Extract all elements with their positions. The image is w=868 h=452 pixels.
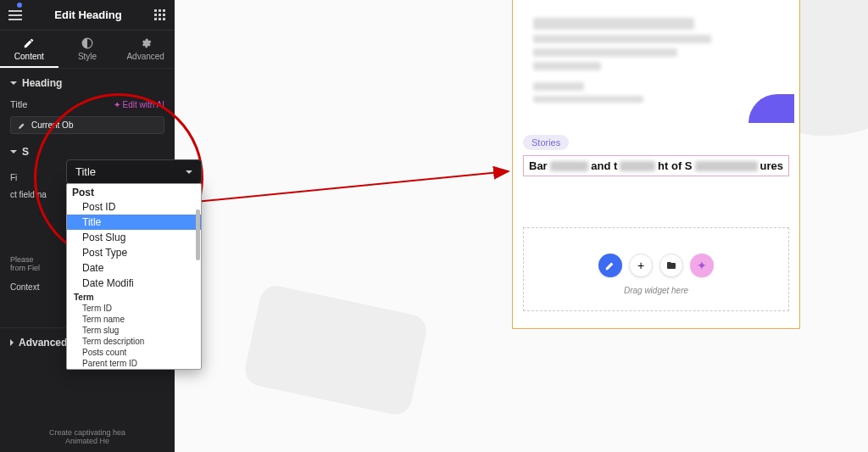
sub-section-toggle[interactable]: S bbox=[10, 146, 164, 158]
tab-advanced[interactable]: Advanced bbox=[116, 31, 175, 68]
drop-zone-actions: + ✦ bbox=[532, 254, 780, 277]
card-image-area bbox=[518, 0, 794, 123]
section-heading: Heading Title ✦ Edit with AI Current Ob … bbox=[0, 68, 175, 166]
ai-add-button[interactable] bbox=[598, 254, 622, 277]
field-select-menu: Post Post ID Title Post Slug Post Type D… bbox=[66, 183, 202, 370]
title-fragment: ht of S bbox=[658, 159, 692, 172]
dropdown-item[interactable]: Post Slug bbox=[67, 230, 201, 245]
tab-label: Style bbox=[78, 52, 97, 61]
chevron-down-icon bbox=[10, 81, 17, 85]
menu-icon[interactable] bbox=[8, 10, 22, 20]
ai-sparkle-button[interactable]: ✦ bbox=[690, 254, 714, 277]
dropdown-item[interactable]: Date Modifi bbox=[67, 276, 201, 291]
add-template-button[interactable] bbox=[659, 254, 683, 277]
panel-header: Edit Heading bbox=[0, 0, 175, 31]
chevron-down-icon bbox=[10, 150, 17, 153]
heading-widget[interactable]: Bar and t ht of S ures bbox=[523, 155, 789, 176]
dropdown-group: Term bbox=[67, 291, 201, 303]
field-select[interactable]: Title bbox=[66, 159, 202, 184]
pencil-icon bbox=[23, 37, 35, 49]
blurred-segment bbox=[620, 161, 655, 171]
dynamic-tag-input[interactable]: Current Ob bbox=[10, 116, 164, 134]
dropdown-scrollbar[interactable] bbox=[196, 209, 200, 260]
tab-style[interactable]: Style bbox=[58, 31, 117, 68]
dropdown-item-selected[interactable]: Title bbox=[67, 215, 201, 230]
drop-zone-hint: Drag widget here bbox=[532, 286, 780, 295]
sub-section-label: S bbox=[22, 146, 29, 158]
blurred-segment bbox=[550, 161, 589, 171]
chevron-right-icon bbox=[10, 339, 14, 346]
bg-decoration bbox=[242, 283, 430, 418]
section-advanced-label: Advanced bbox=[19, 337, 67, 349]
tab-label: Content bbox=[14, 52, 44, 61]
folder-icon bbox=[666, 260, 676, 271]
section-heading-label: Heading bbox=[22, 77, 62, 89]
title-fragment: ures bbox=[760, 159, 783, 172]
dynamic-tag-text: Current Ob bbox=[31, 120, 73, 130]
dropdown-item[interactable]: Posts count bbox=[67, 347, 201, 358]
dropdown-group: User bbox=[67, 369, 201, 370]
field-select-value: Title bbox=[75, 165, 96, 178]
panel-tabs: Content Style Advanced bbox=[0, 31, 175, 68]
promo-text: Create captivating hea Animated He bbox=[0, 421, 175, 452]
widgets-grid-icon[interactable] bbox=[154, 9, 166, 21]
blurred-text bbox=[533, 18, 694, 30]
dropdown-item[interactable]: Term slug bbox=[67, 325, 201, 336]
chevron-down-icon bbox=[186, 170, 192, 174]
dropdown-item[interactable]: Parent term ID bbox=[67, 358, 201, 369]
blurred-segment bbox=[695, 161, 758, 171]
dropdown-item[interactable]: Term name bbox=[67, 314, 201, 325]
dropdown-item[interactable]: Date bbox=[67, 260, 201, 276]
dropdown-item[interactable]: Post Type bbox=[67, 245, 201, 260]
title-fragment: and t bbox=[591, 159, 617, 172]
blurred-text bbox=[533, 82, 584, 91]
panel-title: Edit Heading bbox=[54, 8, 121, 21]
add-widget-button[interactable]: + bbox=[629, 254, 653, 277]
gear-icon bbox=[140, 37, 152, 49]
section-heading-toggle[interactable]: Heading bbox=[10, 77, 164, 89]
status-dot-icon bbox=[17, 3, 22, 8]
tab-label: Advanced bbox=[126, 52, 164, 61]
dropdown-item[interactable]: Term description bbox=[67, 336, 201, 347]
plus-icon: + bbox=[637, 259, 644, 272]
edit-with-ai-link[interactable]: ✦ Edit with AI bbox=[114, 100, 164, 109]
dropdown-item[interactable]: Post ID bbox=[67, 199, 201, 215]
blurred-text bbox=[533, 96, 643, 103]
tab-content[interactable]: Content bbox=[0, 31, 58, 68]
drop-zone[interactable]: + ✦ Drag widget here bbox=[523, 227, 789, 311]
dropdown-item[interactable]: Term ID bbox=[67, 303, 201, 314]
field-title-label: Title bbox=[10, 99, 27, 109]
category-badge[interactable]: Stories bbox=[523, 135, 569, 150]
post-card[interactable]: Stories Bar and t ht of S ures + bbox=[512, 0, 800, 329]
wand-icon bbox=[18, 121, 26, 130]
title-fragment: Bar bbox=[529, 159, 548, 172]
dropdown-group: Post bbox=[67, 184, 201, 199]
contrast-icon bbox=[81, 37, 93, 49]
wand-icon bbox=[604, 259, 616, 271]
decorative-blob bbox=[748, 94, 794, 123]
editor-canvas: Stories Bar and t ht of S ures + bbox=[175, 0, 868, 452]
object-field-fragment: ct field na bbox=[10, 190, 47, 199]
sparkle-icon: ✦ bbox=[697, 259, 707, 272]
blurred-text bbox=[533, 62, 601, 70]
blurred-text bbox=[533, 35, 711, 43]
field-title-row: Title ✦ Edit with AI bbox=[10, 99, 164, 109]
blurred-text bbox=[533, 48, 677, 57]
